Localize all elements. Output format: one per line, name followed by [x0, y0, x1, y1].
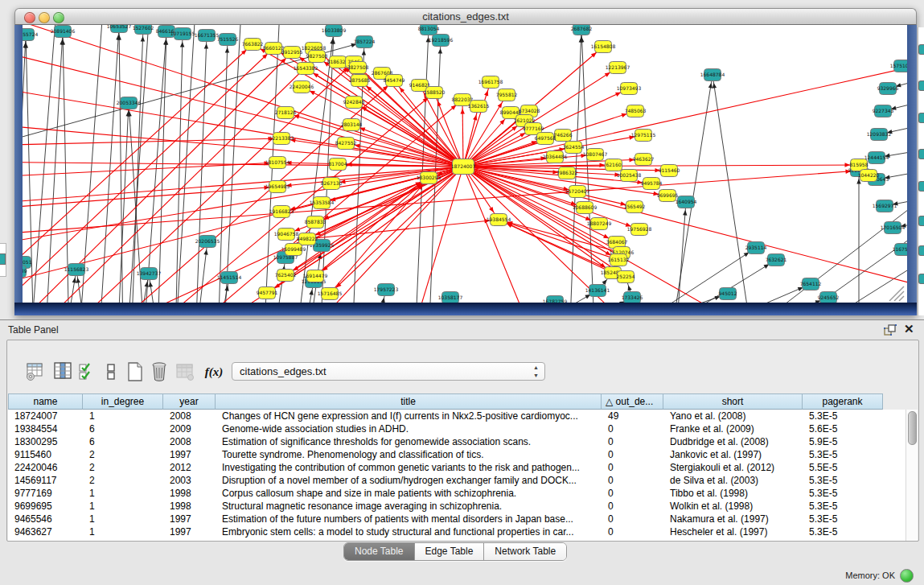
- graph-node[interactable]: 3875685: [349, 75, 371, 87]
- graph-node[interactable]: 1527602: [133, 25, 154, 35]
- graph-node[interactable]: 18807249: [587, 218, 612, 230]
- graph-node[interactable]: 817004: [329, 159, 347, 171]
- cell-title[interactable]: Investigating the contribution of common…: [216, 461, 602, 474]
- graph-node[interactable]: 7654112: [800, 278, 822, 290]
- graph-node[interactable]: 1565492: [624, 201, 646, 213]
- cell-out_de[interactable]: 0: [602, 448, 663, 461]
- cell-out_de[interactable]: 0: [602, 435, 663, 448]
- cell-out_de[interactable]: 0: [602, 500, 663, 513]
- minimize-window-button[interactable]: [39, 12, 50, 23]
- cell-in_degree[interactable]: 1: [83, 487, 163, 500]
- graph-node[interactable]: 20364486: [543, 151, 568, 163]
- cell-in_degree[interactable]: 1: [83, 500, 163, 513]
- cell-name[interactable]: 18724007: [8, 410, 83, 422]
- canvas-resize-grip[interactable]: [894, 291, 904, 301]
- graph-node[interactable]: 9457791: [257, 287, 278, 299]
- graph-node[interactable]: 9227343: [873, 105, 894, 117]
- table-row[interactable]: 969969511998Structural magnetic resonanc…: [8, 500, 906, 513]
- cell-title[interactable]: Estimation of significance thresholds fo…: [216, 435, 602, 448]
- graph-node[interactable]: 9463627: [633, 154, 655, 166]
- graph-node[interactable]: 9495784: [641, 178, 663, 190]
- cell-title[interactable]: Embryonic stem cells: a model to study s…: [216, 525, 602, 538]
- cell-name[interactable]: 14569117: [8, 474, 83, 487]
- graph-node[interactable]: 7955812: [496, 89, 518, 101]
- table-vertical-scrollbar[interactable]: [906, 410, 918, 541]
- cell-name[interactable]: 18300295: [8, 435, 83, 448]
- cell-out_de[interactable]: 0: [602, 525, 663, 538]
- table-row[interactable]: 946362711997Embryonic stem cells: a mode…: [8, 525, 906, 538]
- graph-node[interactable]: 1362615: [468, 101, 490, 113]
- network-canvas[interactable]: 2405572420891406106535271527602846616010…: [23, 25, 907, 303]
- cell-in_degree[interactable]: 1: [83, 525, 163, 538]
- graph-node[interactable]: 8813054: [418, 25, 440, 35]
- cell-year[interactable]: 1997: [163, 525, 216, 538]
- graph-node[interactable]: 12975115: [631, 130, 656, 142]
- tab-network-table[interactable]: Network Table: [484, 543, 566, 560]
- graph-node[interactable]: 7485063: [625, 105, 647, 117]
- cell-name[interactable]: 19384554: [8, 422, 83, 435]
- graph-node[interactable]: 16782759: [543, 296, 568, 303]
- graph-node[interactable]: 9242848: [343, 97, 365, 109]
- cell-in_degree[interactable]: 2: [83, 461, 163, 474]
- graph-node[interactable]: 6497568: [535, 133, 556, 145]
- cell-short[interactable]: Yano et al. (2008): [663, 410, 803, 422]
- cell-year[interactable]: 1998: [163, 487, 216, 500]
- cell-pagerank[interactable]: 5.3E-5: [803, 525, 883, 538]
- graph-node[interactable]: 17016504: [881, 222, 906, 234]
- cell-in_degree[interactable]: 6: [83, 435, 163, 448]
- network-view-window[interactable]: citations_edges.txt 24055724208914061065…: [14, 8, 917, 315]
- table-row[interactable]: 911546021997Tourette syndrome. Phenomeno…: [8, 448, 906, 461]
- graph-node[interactable]: 9827508: [306, 51, 328, 63]
- column-header-title[interactable]: title: [216, 393, 602, 410]
- show-columns-icon[interactable]: [52, 360, 73, 383]
- graph-node[interactable]: 7663822: [242, 39, 264, 51]
- graph-node[interactable]: 7632621: [766, 254, 787, 266]
- cell-year[interactable]: 2009: [163, 422, 216, 435]
- cell-out_de[interactable]: 49: [602, 410, 663, 422]
- graph-node[interactable]: 12213967: [606, 62, 630, 74]
- zoom-window-button[interactable]: [53, 12, 64, 23]
- graph-node[interactable]: 19756928: [627, 224, 652, 236]
- column-header-short[interactable]: short: [663, 393, 803, 410]
- cell-out_de[interactable]: 0: [602, 461, 663, 474]
- cell-year[interactable]: 1998: [163, 500, 216, 513]
- graph-node[interactable]: 2803144: [341, 119, 363, 131]
- graph-node[interactable]: 10688609: [573, 202, 598, 214]
- cell-pagerank[interactable]: 5.3E-5: [803, 474, 883, 487]
- column-header-out_de[interactable]: △ out_de...: [602, 393, 663, 410]
- graph-node[interactable]: 16961758: [478, 76, 503, 89]
- cell-out_de[interactable]: 0: [602, 487, 663, 500]
- cell-pagerank[interactable]: 5.3E-5: [803, 410, 883, 422]
- tab-edge-table[interactable]: Edge Table: [415, 543, 485, 560]
- graph-node[interactable]: 12093832: [867, 129, 892, 141]
- cell-in_degree[interactable]: 6: [83, 422, 163, 435]
- graph-node[interactable]: 7857224: [354, 36, 376, 48]
- cell-short[interactable]: Stergiakouli et al. (2012): [663, 461, 803, 474]
- column-header-in_degree[interactable]: in_degree: [83, 393, 163, 410]
- window-titlebar[interactable]: citations_edges.txt: [14, 8, 917, 25]
- cell-short[interactable]: Nakamura et al. (1997): [663, 513, 803, 525]
- cell-name[interactable]: 9115460: [8, 448, 83, 461]
- cell-title[interactable]: Changes of HCN gene expression and I(f) …: [216, 410, 602, 422]
- graph-node[interactable]: 10358177: [438, 292, 463, 303]
- cell-short[interactable]: Tibbo et al. (1998): [663, 487, 803, 500]
- column-header-pagerank[interactable]: pagerank: [803, 393, 883, 410]
- table-row[interactable]: 1456911722003Disruption of a novel membe…: [8, 474, 906, 487]
- table-row[interactable]: 1938455462009Genome-wide association stu…: [8, 422, 906, 435]
- column-header-name[interactable]: name: [8, 393, 83, 410]
- graph-node[interactable]: 9699695: [657, 190, 679, 202]
- graph-node[interactable]: 19166823: [269, 206, 294, 218]
- cell-short[interactable]: Franke et al. (2009): [663, 422, 803, 435]
- close-window-button[interactable]: [24, 12, 35, 23]
- cell-pagerank[interactable]: 5.3E-5: [803, 487, 883, 500]
- graph-node[interactable]: 2687682: [571, 25, 593, 35]
- table-row[interactable]: 1830029562008Estimation of significance …: [8, 435, 906, 448]
- graph-node[interactable]: 9329966: [877, 83, 899, 95]
- graph-node[interactable]: 252254: [617, 271, 635, 283]
- cell-in_degree[interactable]: 2: [83, 448, 163, 461]
- graph-node[interactable]: 1044220: [858, 170, 880, 182]
- graph-node[interactable]: 19218596: [429, 35, 454, 47]
- graph-node[interactable]: 1733426: [622, 292, 643, 303]
- graph-node[interactable]: 8427552: [335, 138, 357, 150]
- table-row[interactable]: 2242004622012Investigating the contribut…: [8, 461, 906, 474]
